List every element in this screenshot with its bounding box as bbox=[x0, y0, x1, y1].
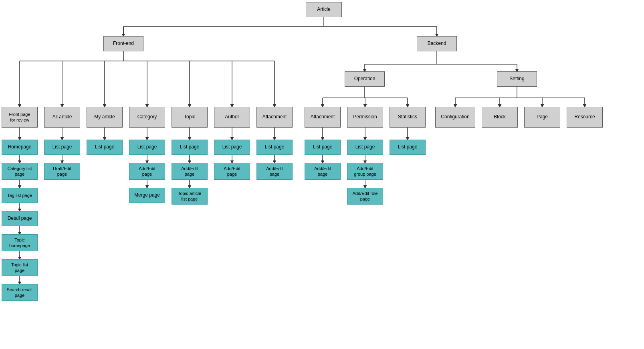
node-article: Article bbox=[306, 2, 342, 17]
node-front-page-review: Front pagefor review bbox=[2, 107, 38, 128]
node-page: Page bbox=[524, 107, 560, 128]
chart-container: Article Front-end Backend Operation Sett… bbox=[0, 0, 644, 349]
node-att-fe-list: List page bbox=[256, 140, 293, 155]
node-all-list-page: List page bbox=[44, 140, 80, 155]
node-att-fe-addedit: Add/Editpage bbox=[256, 163, 293, 180]
node-perm-list: List page bbox=[347, 140, 383, 155]
node-author: Author bbox=[214, 107, 250, 128]
node-block: Block bbox=[482, 107, 518, 128]
node-category: Category bbox=[129, 107, 165, 128]
node-topic-article-list: Topic articlelist page bbox=[172, 188, 208, 205]
node-topic-list-page: Topic listpage bbox=[2, 259, 38, 276]
node-author-addedit: Add/Editpage bbox=[214, 163, 250, 180]
node-topic-list: List page bbox=[172, 140, 208, 155]
node-tag-list-page: Tag list page bbox=[2, 188, 38, 203]
node-detail-page: Detail page bbox=[2, 211, 38, 226]
node-all-article: All article bbox=[44, 107, 80, 128]
node-stats-list: List page bbox=[390, 140, 426, 155]
node-configuration: Configuration bbox=[435, 107, 475, 128]
node-topic-homepage: Topichomepage bbox=[2, 234, 38, 251]
node-attachment-op: Attachment bbox=[305, 107, 341, 128]
node-homepage: Homepage bbox=[2, 140, 38, 155]
node-att-op-addedit: Add/Editpage bbox=[305, 163, 341, 180]
node-perm-addedit-group: Add/Editgroup page bbox=[347, 163, 383, 180]
node-author-list: List page bbox=[214, 140, 250, 155]
node-my-list-page: List page bbox=[87, 140, 123, 155]
node-frontend: Front-end bbox=[103, 36, 143, 51]
node-statistics: Statistics bbox=[390, 107, 426, 128]
node-perm-addedit-role: Add/Edit rolepage bbox=[347, 188, 383, 205]
node-category-list-page: Category listpage bbox=[2, 163, 38, 180]
node-my-article: My article bbox=[87, 107, 123, 128]
node-topic: Topic bbox=[172, 107, 208, 128]
node-topic-addedit: Add/Editpage bbox=[172, 163, 208, 180]
node-permission: Permission bbox=[347, 107, 383, 128]
node-search-result-page: Search resultpage bbox=[2, 284, 38, 301]
node-operation: Operation bbox=[345, 71, 385, 87]
node-att-op-list: List page bbox=[305, 140, 341, 155]
node-resource: Resource bbox=[567, 107, 603, 128]
node-draft-edit-page: Draft/Editpage bbox=[44, 163, 80, 180]
node-cat-addedit-page: Add/Editpage bbox=[129, 163, 165, 180]
node-backend: Backend bbox=[417, 36, 457, 51]
node-cat-list-page: List page bbox=[129, 140, 165, 155]
node-setting: Setting bbox=[497, 71, 537, 87]
node-cat-merge-page: Merge page bbox=[129, 188, 165, 203]
node-attachment-fe: Attachment bbox=[256, 107, 293, 128]
